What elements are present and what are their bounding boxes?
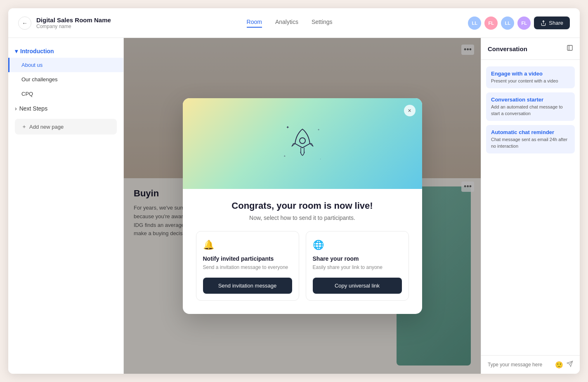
sidebar-section-introduction[interactable]: ▾ Introduction xyxy=(8,45,123,58)
suggestion-card-0[interactable]: Engage with a video Present your content… xyxy=(486,66,575,88)
avatar-4: FL xyxy=(517,17,531,30)
tab-analytics[interactable]: Analytics xyxy=(275,19,298,28)
avatar-2: FL xyxy=(484,17,498,30)
modal-options: 🔔 Notify invited participants Send a inv… xyxy=(196,231,409,301)
back-button[interactable]: ← xyxy=(18,17,31,30)
suggestion-desc-2: Chat message sent as email 24h after no … xyxy=(491,137,570,149)
header: ← Digital Sales Room Name Company name R… xyxy=(8,8,580,38)
sidebar-item-label: Our challenges xyxy=(21,76,110,83)
sidebar-item-about-us[interactable]: About us ⋮ xyxy=(8,58,123,72)
avatar-3: LL xyxy=(501,17,514,30)
suggestion-desc-0: Present your content with a video xyxy=(491,78,570,84)
option-notify-desc: Send a invitation message to everyone xyxy=(203,264,292,270)
add-page-label: Add new page xyxy=(29,124,64,130)
sidebar-next-steps[interactable]: › Next Steps ⋮ xyxy=(8,101,123,116)
svg-rect-1 xyxy=(567,45,572,50)
conversation-title: Conversation xyxy=(488,45,527,52)
room-title: Digital Sales Room Name xyxy=(36,17,111,24)
bell-icon: 🔔 xyxy=(203,240,292,250)
sidebar-item-label: About us xyxy=(21,62,110,68)
conversation-header: Conversation xyxy=(481,38,580,60)
suggestion-title-1: Conversation starter xyxy=(491,97,570,103)
suggestion-card-2[interactable]: Automatic chat reminder Chat message sen… xyxy=(486,125,575,153)
message-input[interactable] xyxy=(488,362,552,368)
send-invitation-button[interactable]: Send invitation message xyxy=(203,278,292,294)
modal-body: Congrats, your room is now live! Now, se… xyxy=(183,189,422,314)
avatar-1: LL xyxy=(468,17,481,30)
next-steps-label: Next Steps xyxy=(19,105,47,112)
modal-overlay: × xyxy=(124,38,481,374)
right-panel: Conversation Engage with a video Present… xyxy=(481,38,580,374)
main-content: ••• ••• Buyin For years, we've summarize… xyxy=(124,38,481,374)
globe-icon: 🌐 xyxy=(313,240,402,250)
sidebar-item-label: CPQ xyxy=(21,91,110,97)
room-subtitle: Company name xyxy=(36,24,111,29)
room-info: Digital Sales Room Name Company name xyxy=(36,17,111,29)
sidebar: ▾ Introduction About us ⋮ Our challenges… xyxy=(8,38,124,374)
conversation-body: Engage with a video Present your content… xyxy=(481,60,580,355)
option-notify-title: Notify invited participants xyxy=(203,255,292,262)
option-card-share: 🌐 Share your room Easily share your link… xyxy=(306,231,409,301)
option-card-notify: 🔔 Notify invited participants Send a inv… xyxy=(196,231,299,301)
emoji-button[interactable]: 🙂 xyxy=(555,361,563,369)
modal-close-button[interactable]: × xyxy=(404,105,416,116)
modal-header: × xyxy=(183,98,422,189)
rocket-container: ✦ + + · xyxy=(282,123,323,164)
plus-icon: ＋ xyxy=(21,123,27,130)
header-nav: Room Analytics Settings xyxy=(111,19,468,28)
suggestion-desc-1: Add an automated chat message to start a… xyxy=(491,104,570,117)
introduction-label: Introduction xyxy=(20,48,54,54)
suggestion-title-0: Engage with a video xyxy=(491,71,570,77)
content-area: ▾ Introduction About us ⋮ Our challenges… xyxy=(8,38,580,374)
chevron-right-icon: › xyxy=(15,105,17,112)
sidebar-item-our-challenges[interactable]: Our challenges ⋮ xyxy=(8,72,123,87)
app-window: ← Digital Sales Room Name Company name R… xyxy=(8,8,580,374)
option-share-title: Share your room xyxy=(313,255,402,262)
modal-subtitle: Now, select how to send it to participan… xyxy=(196,215,409,221)
modal-dialog: × xyxy=(183,98,422,314)
modal-title: Congrats, your room is now live! xyxy=(196,200,409,211)
tab-room[interactable]: Room xyxy=(247,19,262,28)
header-left: ← Digital Sales Room Name Company name xyxy=(18,17,111,30)
share-button[interactable]: Share xyxy=(534,17,570,29)
header-right: LL FL LL FL Share xyxy=(468,17,570,30)
conversation-input-area: 🙂 xyxy=(481,355,580,374)
option-share-desc: Easily share your link to anyone xyxy=(313,264,402,270)
tab-settings[interactable]: Settings xyxy=(312,19,333,28)
send-button[interactable] xyxy=(567,361,573,369)
suggestion-card-1[interactable]: Conversation starter Add an automated ch… xyxy=(486,92,575,121)
rocket-icon xyxy=(286,125,319,162)
chevron-down-icon: ▾ xyxy=(15,48,18,54)
collapse-panel-button[interactable] xyxy=(567,45,573,53)
sidebar-item-cpq[interactable]: CPQ ⋮ xyxy=(8,87,123,101)
svg-point-0 xyxy=(300,138,305,144)
add-page-button[interactable]: ＋ Add new page xyxy=(15,119,117,134)
copy-link-button[interactable]: Copy universal link xyxy=(313,278,402,294)
app-wrapper: ← Digital Sales Room Name Company name R… xyxy=(0,0,588,382)
suggestion-title-2: Automatic chat reminder xyxy=(491,129,570,135)
